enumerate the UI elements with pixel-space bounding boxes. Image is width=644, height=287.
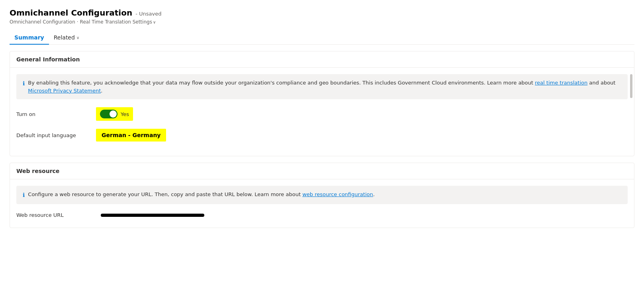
breadcrumb-item-1[interactable]: Omnichannel Configuration	[10, 19, 75, 25]
tab-related[interactable]: Related ∨	[49, 31, 84, 45]
unsaved-badge: - Unsaved	[135, 11, 161, 17]
turn-on-toggle[interactable]	[100, 110, 117, 118]
notice-text: By enabling this feature, you acknowledg…	[28, 80, 535, 86]
breadcrumb-separator: ·	[77, 19, 78, 25]
general-info-notice: ℹ By enabling this feature, you acknowle…	[16, 74, 628, 99]
turn-on-label: Turn on	[16, 111, 96, 117]
web-resource-notice-text: Configure a web resource to generate you…	[28, 191, 302, 197]
default-input-language-label: Default input language	[16, 132, 96, 138]
breadcrumb-chevron-icon: ∨	[153, 20, 156, 24]
breadcrumb: Omnichannel Configuration · Real Time Tr…	[10, 19, 634, 25]
real-time-translation-link[interactable]: real time translation	[535, 80, 587, 86]
web-resource-info-icon: ℹ	[23, 191, 25, 199]
toggle-container: Yes	[96, 107, 133, 121]
tabs-row: Summary Related ∨	[10, 31, 634, 45]
general-information-header: General Information	[10, 51, 634, 68]
toggle-state-label: Yes	[121, 111, 129, 117]
web-resource-url-value-redacted	[101, 214, 204, 217]
language-dropdown[interactable]: German - Germany	[96, 129, 166, 142]
web-resource-header: Web resource	[10, 163, 634, 179]
scroll-indicator[interactable]	[630, 74, 632, 98]
info-icon: ℹ	[23, 79, 25, 88]
web-resource-config-link[interactable]: web resource configuration	[302, 191, 373, 197]
web-resource-body: ℹ Configure a web resource to generate y…	[10, 179, 634, 228]
web-resource-url-label: Web resource URL	[16, 212, 96, 218]
default-input-language-field: Default input language German - Germany	[16, 129, 628, 142]
general-information-section: General Information ℹ By enabling this f…	[10, 51, 634, 156]
turn-on-value: Yes	[96, 107, 133, 121]
web-resource-section: Web resource ℹ Configure a web resource …	[10, 163, 634, 228]
related-chevron-icon: ∨	[76, 35, 79, 40]
tab-summary[interactable]: Summary	[10, 31, 49, 45]
web-resource-notice: ℹ Configure a web resource to generate y…	[16, 186, 628, 204]
web-resource-url-field: Web resource URL	[16, 212, 628, 218]
content-area: General Information ℹ By enabling this f…	[10, 45, 634, 228]
web-resource-notice-suffix: .	[373, 191, 375, 197]
breadcrumb-item-2[interactable]: Real Time Translation Settings ∨	[80, 19, 156, 25]
notice-link2-prefix: and about	[587, 80, 615, 86]
notice-suffix: .	[101, 88, 102, 94]
language-value-container: German - Germany	[96, 129, 166, 142]
toggle-thumb	[110, 110, 117, 118]
page-title: Omnichannel Configuration	[10, 8, 132, 18]
microsoft-privacy-link[interactable]: Microsoft Privacy Statement	[28, 88, 101, 94]
general-information-body: ℹ By enabling this feature, you acknowle…	[10, 68, 634, 156]
turn-on-field: Turn on Yes	[16, 107, 628, 121]
